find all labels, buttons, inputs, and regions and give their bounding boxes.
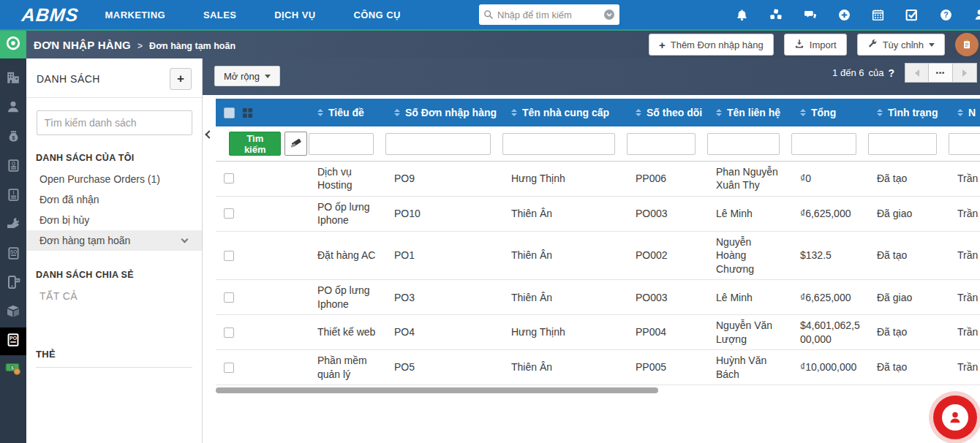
horizontal-scrollbar[interactable]: [216, 387, 658, 393]
plus-circle-icon[interactable]: [838, 9, 851, 21]
cell-tracking: PO002: [625, 249, 706, 262]
sort-icon[interactable]: [511, 109, 517, 116]
customize-button[interactable]: Tùy chỉnh: [857, 34, 945, 56]
list-item[interactable]: Open Purchase Orders (1): [26, 169, 202, 189]
menu-item[interactable]: SALES: [203, 10, 236, 20]
bell-icon[interactable]: [736, 9, 748, 21]
page-title: ĐƠN NHẬP HÀNG: [34, 39, 131, 51]
module-tile[interactable]: [0, 31, 26, 58]
sort-icon[interactable]: [636, 109, 641, 116]
table-row[interactable]: Dịch vụ Hosting PO9 Hưng Thịnh PP006 Pha…: [216, 162, 980, 197]
chevron-right-icon: [962, 69, 970, 77]
filter-input-po-number[interactable]: [385, 133, 491, 155]
column-header[interactable]: Số theo dõi: [625, 107, 706, 118]
sidebar-item-cash[interactable]: $: [0, 355, 26, 385]
collapse-panel-button[interactable]: [205, 130, 213, 138]
expand-button[interactable]: Mở rộng: [214, 66, 280, 86]
row-checkbox[interactable]: [224, 292, 234, 303]
column-header[interactable]: N: [947, 107, 980, 118]
sidebar-item-contacts[interactable]: [0, 94, 26, 123]
cell-supplier: Thiên Ân: [501, 291, 625, 304]
sort-icon[interactable]: [800, 109, 806, 116]
column-header[interactable]: Số Đơn nhập hàng: [384, 107, 501, 118]
row-checkbox[interactable]: [224, 327, 234, 338]
row-checkbox[interactable]: [224, 251, 234, 261]
cell-contact: Nguyễn Hoàng Chương: [706, 235, 790, 276]
table-row[interactable]: PO ốp lưng Iphone PO3 Thiên Ân PO003 Lê …: [216, 280, 980, 315]
import-button[interactable]: Import: [784, 34, 847, 56]
sort-icon[interactable]: [317, 109, 323, 116]
sidebar-item-products[interactable]: [0, 298, 26, 327]
list-search-input[interactable]: [37, 110, 192, 135]
filter-input-tracking[interactable]: [627, 133, 696, 155]
column-header[interactable]: Tình trạng: [867, 107, 947, 118]
cell-contact: Phan Nguyễn Xuân Thy: [706, 165, 790, 192]
cell-total: ₫6,625,000: [790, 291, 867, 304]
list-item[interactable]: TẤT CẢ: [26, 286, 202, 306]
column-header[interactable]: Tiêu đề: [307, 107, 384, 118]
filter-input-status[interactable]: [868, 133, 937, 155]
filter-input-total[interactable]: [791, 133, 856, 155]
support-widget-button[interactable]: [933, 395, 977, 439]
add-list-button[interactable]: +: [170, 68, 192, 90]
menu-item[interactable]: MARKETING: [105, 10, 165, 20]
sidebar-item-sales-orders[interactable]: SO: [0, 240, 26, 269]
row-checkbox[interactable]: [224, 363, 234, 373]
sort-icon[interactable]: [716, 109, 722, 116]
row-checkbox[interactable]: [224, 173, 234, 183]
sidebar-item-services[interactable]: [0, 211, 26, 240]
table-row[interactable]: Đặt hàng AC PO1 Thiên Ân PO002 Nguyễn Ho…: [216, 232, 980, 280]
user-icon[interactable]: [973, 8, 980, 21]
table-row[interactable]: Phần mềm quản lý PO5 Thiên Ân PP005 Huỳn…: [216, 350, 980, 385]
list-item[interactable]: Đơn hàng tạm hoãn: [26, 230, 202, 251]
cell-title: Đặt hàng AC: [307, 249, 384, 262]
sidebar-item-company[interactable]: [0, 64, 26, 94]
cell-supplier: Thiên Ân: [501, 207, 625, 220]
table-search-button[interactable]: Tìm kiếm: [229, 132, 281, 156]
row-checkbox[interactable]: [224, 208, 234, 219]
table-row[interactable]: Thiết kế web PO4 Hưng Thịnh PP004 Nguyễn…: [216, 315, 980, 350]
calendar-icon[interactable]: [872, 9, 884, 21]
sidebar-item-mobile[interactable]: [0, 269, 26, 298]
select-all-checkbox[interactable]: [224, 107, 235, 118]
column-header[interactable]: Tên nhà cung cấp: [501, 107, 625, 118]
sidebar-item-purchase-orders[interactable]: PO: [0, 327, 26, 355]
chevron-down-icon: [929, 43, 935, 50]
module-sidebar: $ Q I SO PO $: [0, 58, 26, 443]
list-item[interactable]: Đơn bị hủy: [26, 210, 202, 230]
grid-view-icon[interactable]: [243, 108, 252, 118]
sidebar-item-deals[interactable]: $: [0, 123, 26, 152]
chat-icon[interactable]: [804, 10, 817, 20]
prev-page-button[interactable]: [905, 63, 929, 83]
sidebar-item-invoices[interactable]: I: [0, 181, 26, 211]
clear-filters-button[interactable]: [284, 132, 307, 156]
sort-icon[interactable]: [877, 109, 883, 116]
help-icon[interactable]: ?: [940, 9, 952, 21]
filter-input-creator[interactable]: [949, 133, 980, 155]
sort-icon[interactable]: [957, 109, 963, 116]
menu-item[interactable]: CÔNG CỤ: [354, 10, 401, 20]
filter-input-supplier[interactable]: [502, 133, 615, 155]
tasks-check-icon[interactable]: [905, 8, 919, 21]
table-row[interactable]: PO ốp lưng Iphone PO10 Thiên Ân PO003 Lê…: [216, 197, 980, 232]
notes-badge-icon[interactable]: [955, 33, 979, 56]
filter-input-contact[interactable]: [707, 133, 780, 155]
filter-input-title[interactable]: [309, 133, 374, 155]
list-panel: DANH SÁCH + DANH SÁCH CỦA TÔI Open Purch…: [26, 58, 203, 443]
sidebar-item-quotes[interactable]: Q: [0, 152, 26, 181]
sort-icon[interactable]: [394, 109, 400, 116]
cubes-icon[interactable]: [769, 9, 783, 20]
global-search-input[interactable]: [497, 10, 603, 20]
menu-item[interactable]: DỊCH VỤ: [274, 10, 315, 20]
search-scope-chevron-icon[interactable]: [603, 9, 615, 20]
column-header[interactable]: Tên liên hệ: [706, 107, 790, 118]
cell-status: Đã giao: [867, 291, 947, 304]
page-menu-button[interactable]: •••: [929, 63, 953, 83]
column-header[interactable]: Tổng: [790, 107, 867, 118]
next-page-button[interactable]: [953, 63, 977, 83]
app-logo[interactable]: ABMS: [20, 4, 80, 26]
cell-status: Đã tạo: [867, 325, 947, 338]
global-search[interactable]: [479, 4, 619, 25]
add-purchase-order-button[interactable]: + Thêm Đơn nhập hàng: [649, 34, 774, 56]
list-item[interactable]: Đơn đã nhận: [26, 189, 202, 210]
